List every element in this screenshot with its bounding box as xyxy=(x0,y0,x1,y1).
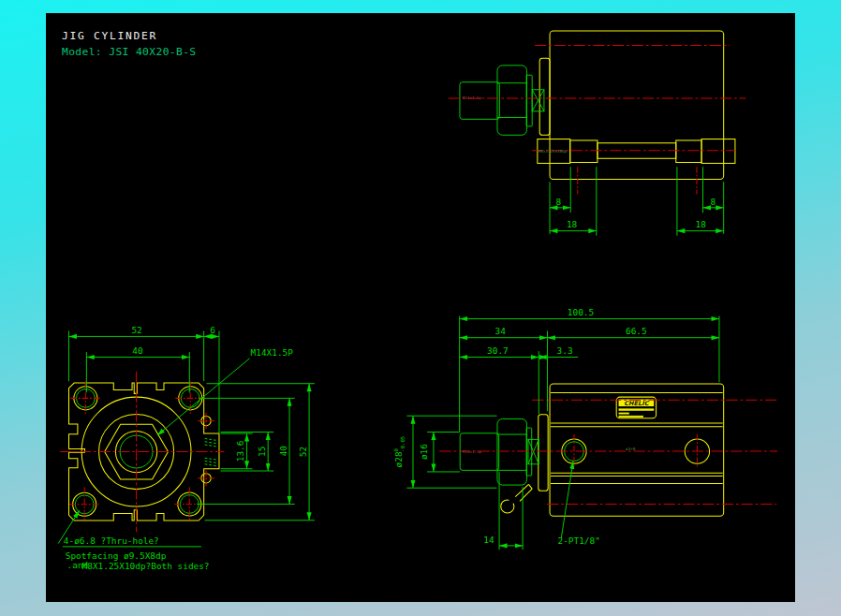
tie-rod-thread-label: M8x1.25x10dp xyxy=(539,149,568,154)
dim-dia28: ø280-0.05 xyxy=(393,436,406,468)
desktop-background: { "header": { "title": "JIG CYLINDER", "… xyxy=(0,0,841,616)
dim-13.6: 13.6 xyxy=(235,440,245,462)
front-view: 52 6 40 13.6 15 40 52 M14X1.5P xyxy=(58,325,315,571)
rod-thread-label-top: M14x1.5p xyxy=(463,95,482,100)
dim-30.7: 30.7 xyxy=(487,345,509,356)
dim-18-left: 18 xyxy=(567,219,578,229)
dim-6: 6 xyxy=(210,325,215,335)
dim-66.5: 66.5 xyxy=(626,326,647,336)
dim-40-top: 40 xyxy=(132,345,143,356)
rod-thread-label-side: M14x1.5p xyxy=(463,449,482,454)
drawing-model: Model: JSI 40X20-B-S xyxy=(62,46,197,58)
front-plate-side xyxy=(539,415,548,491)
note-thru-hole: 4-ø6.8 ?Thru-hole? xyxy=(64,536,159,547)
dim-100.5: 100.5 xyxy=(568,307,594,317)
thread-callout: M14X1.5P xyxy=(251,347,294,358)
sensor-hole-label: ø3+0 xyxy=(626,447,636,451)
drawing-title: JIG CYLINDER xyxy=(62,30,157,42)
top-view-dimensions: 8 18 8 18 xyxy=(550,167,724,235)
top-view: 8 18 8 18 M14x1.5p M8x1.25x10dp xyxy=(449,31,746,236)
dim-14: 14 xyxy=(483,535,494,545)
front-view-dimensions: 52 6 40 13.6 15 40 52 M14X1.5P xyxy=(68,325,314,520)
dim-18-right: 18 xyxy=(696,219,707,229)
front-plate-top xyxy=(539,58,550,135)
wrench-icon xyxy=(501,484,532,513)
dim-8-right: 8 xyxy=(711,197,716,207)
dim-40-side: 40 xyxy=(278,446,288,457)
dim-15: 15 xyxy=(257,447,267,457)
tie-rod xyxy=(538,139,735,164)
dim-3.3: 3.3 xyxy=(557,345,573,356)
dim-52-top: 52 xyxy=(131,325,141,335)
side-view-dimensions: 100.5 34 66.5 30.7 3.3 ø280-0.05 ø16 14 … xyxy=(393,307,719,550)
dim-8-left: 8 xyxy=(556,197,562,207)
piston-rod xyxy=(460,82,499,120)
note-both-sides: M8X1.25X10dp?Both sides? xyxy=(82,561,210,571)
cad-drawing: JIG CYLINDER Model: JSI 40X20-B-S xyxy=(46,13,795,602)
rod-nut xyxy=(497,418,527,485)
rod-nut xyxy=(497,66,527,135)
dim-34: 34 xyxy=(495,326,507,336)
side-view: CHELIC xyxy=(393,307,777,550)
brand-text: CHELIC xyxy=(624,400,649,407)
cylinder-body-top xyxy=(550,31,724,179)
dim-dia16: ø16 xyxy=(419,444,429,460)
port-callout: 2-PT1/8" xyxy=(558,536,600,547)
dim-52-side: 52 xyxy=(298,447,308,457)
cad-drawing-canvas[interactable]: JIG CYLINDER Model: JSI 40X20-B-S xyxy=(46,13,795,602)
